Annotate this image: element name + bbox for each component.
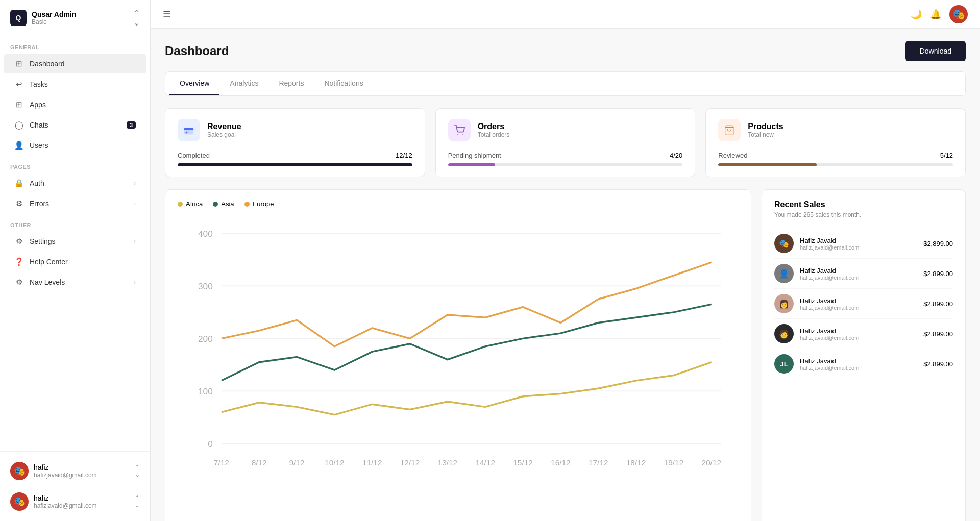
brand-icon: Q [10, 10, 27, 26]
sidebar-item-apps[interactable]: ⊞ Apps [4, 95, 146, 114]
stat-metric-revenue: Completed 12/12 [178, 152, 412, 159]
user-name-2: hafiz [34, 494, 130, 502]
chevron-right-icon: › [134, 238, 136, 245]
tab-analytics[interactable]: Analytics [219, 72, 268, 95]
legend-dot-africa [178, 202, 183, 207]
notifications-icon[interactable]: 🔔 [930, 9, 941, 20]
sale-name-4: Hafiz Javaid [800, 357, 917, 365]
tab-overview[interactable]: Overview [169, 72, 219, 95]
svg-text:300: 300 [198, 281, 213, 291]
dashboard-icon: ⊞ [14, 59, 23, 68]
user-avatar-2: 🎭 [10, 492, 29, 511]
recent-sales-subtitle: You made 265 sales this month. [774, 211, 953, 218]
sidebar-item-label: Users [30, 141, 136, 150]
topbar-right: 🌙 🔔 🎭 [911, 5, 968, 23]
recent-sales-card: Recent Sales You made 265 sales this mon… [762, 189, 966, 521]
stat-card-revenue: Revenue Sales goal Completed 12/12 [165, 108, 425, 177]
legend-label-asia: Asia [221, 200, 234, 208]
stats-row: Revenue Sales goal Completed 12/12 [165, 108, 966, 177]
content-area: Dashboard Download Overview Analytics Re… [151, 29, 980, 521]
chats-icon: ◯ [14, 120, 23, 130]
svg-text:9/12: 9/12 [289, 458, 305, 467]
sidebar-item-dashboard[interactable]: ⊞ Dashboard [4, 54, 146, 73]
chart-card: Africa Asia Europe [165, 189, 751, 521]
sidebar-user-1[interactable]: 🎭 hafiz hafizjavaid@gmail.com ⌃⌄ [0, 456, 150, 486]
sidebar-item-label: Settings [30, 237, 128, 245]
svg-text:7/12: 7/12 [214, 458, 229, 467]
sale-info-2: Hafiz Javaid hafiz.javaid@email.com [800, 297, 917, 311]
stat-metric-products: Reviewed 5/12 [718, 152, 953, 159]
sidebar-footer: 🎭 hafiz hafizjavaid@gmail.com ⌃⌄ 🎭 hafiz… [0, 451, 150, 521]
menu-icon[interactable]: ☰ [163, 9, 171, 20]
svg-text:11/12: 11/12 [362, 458, 382, 467]
tab-notifications[interactable]: Notifications [314, 72, 373, 95]
sale-item-3: 🧑 Hafiz Javaid hafiz.javaid@email.com $2… [774, 319, 953, 349]
user-chevron-icon-2[interactable]: ⌃⌄ [135, 494, 140, 509]
sidebar-collapse-icon[interactable]: ⌃⌄ [133, 8, 140, 28]
nav-levels-icon: ⚙ [14, 278, 23, 287]
chevron-right-icon: › [134, 180, 136, 187]
stat-card-products: Products Total new Reviewed 5/12 [705, 108, 966, 177]
sale-avatar-1: 👤 [774, 264, 794, 283]
svg-text:17/12: 17/12 [589, 458, 608, 467]
progress-bar-products [718, 163, 953, 166]
sale-item-4: JL Hafiz Javaid hafiz.javaid@email.com $… [774, 349, 953, 379]
sale-email-2: hafiz.javaid@email.com [800, 305, 917, 311]
chart-legend: Africa Asia Europe [178, 200, 739, 208]
download-button[interactable]: Download [905, 41, 966, 61]
svg-point-3 [457, 134, 458, 135]
sale-item-0: 🎭 Hafiz Javaid hafiz.javaid@email.com $2… [774, 229, 953, 259]
user-chevron-icon[interactable]: ⌃⌄ [135, 464, 140, 478]
svg-text:200: 200 [198, 334, 213, 344]
topbar-left: ☰ [163, 9, 171, 20]
svg-text:400: 400 [198, 229, 213, 239]
tabs-nav: Overview Analytics Reports Notifications [165, 72, 965, 95]
sidebar-item-label: Errors [30, 200, 128, 208]
sale-item-2: 👩 Hafiz Javaid hafiz.javaid@email.com $2… [774, 289, 953, 319]
svg-text:13/12: 13/12 [438, 458, 458, 467]
user-info-2: hafiz hafizjavaid@gmail.com [34, 494, 130, 509]
sidebar-item-label: Tasks [30, 80, 136, 88]
chevron-right-icon: › [134, 200, 136, 207]
stat-title-products: Products Total new [748, 122, 783, 138]
tabs-wrapper: Overview Analytics Reports Notifications [165, 71, 966, 96]
svg-point-4 [462, 134, 463, 135]
tab-reports[interactable]: Reports [268, 72, 314, 95]
user-avatar-topbar[interactable]: 🎭 [949, 5, 968, 23]
user-email-1: hafizjavaid@gmail.com [34, 472, 130, 479]
sale-email-3: hafiz.javaid@email.com [800, 335, 917, 341]
sale-info-0: Hafiz Javaid hafiz.javaid@email.com [800, 237, 917, 251]
page-title: Dashboard [165, 44, 229, 58]
sidebar-item-errors[interactable]: ⚙ Errors › [4, 194, 146, 213]
sidebar-item-tasks[interactable]: ↩ Tasks [4, 75, 146, 94]
stat-card-header-revenue: Revenue Sales goal [178, 119, 412, 141]
sidebar-item-label: Dashboard [30, 60, 136, 68]
svg-text:8/12: 8/12 [252, 458, 267, 467]
sidebar-item-users[interactable]: 👤 Users [4, 136, 146, 155]
sidebar-item-label: Apps [30, 101, 136, 109]
sidebar-user-2[interactable]: 🎭 hafiz hafizjavaid@gmail.com ⌃⌄ [0, 486, 150, 517]
sale-name-2: Hafiz Javaid [800, 297, 917, 305]
chats-badge: 3 [127, 121, 136, 129]
sidebar-item-auth[interactable]: 🔒 Auth › [4, 173, 146, 193]
sidebar-item-chats[interactable]: ◯ Chats 3 [4, 115, 146, 135]
sale-item-1: 👤 Hafiz Javaid hafiz.javaid@email.com $2… [774, 259, 953, 289]
sale-avatar-3: 🧑 [774, 324, 794, 343]
user-name-1: hafiz [34, 463, 130, 472]
sidebar-item-label: Chats [30, 121, 120, 129]
legend-europe: Europe [244, 200, 274, 208]
revenue-icon [178, 119, 200, 141]
sidebar-item-nav-levels[interactable]: ⚙ Nav Levels › [4, 272, 146, 292]
sidebar-item-label: Auth [30, 179, 128, 187]
theme-toggle-icon[interactable]: 🌙 [911, 9, 922, 20]
sidebar-item-help[interactable]: ❓ Help Center [4, 252, 146, 271]
sale-avatar-0: 🎭 [774, 234, 794, 253]
sale-info-4: Hafiz Javaid hafiz.javaid@email.com [800, 357, 917, 371]
sale-name-1: Hafiz Javaid [800, 267, 917, 275]
progress-fill-orders [448, 163, 495, 166]
sidebar-item-settings[interactable]: ⚙ Settings › [4, 232, 146, 251]
settings-icon: ⚙ [14, 237, 23, 246]
legend-asia: Asia [213, 200, 234, 208]
sidebar-item-label: Help Center [30, 258, 136, 266]
svg-text:19/12: 19/12 [664, 458, 684, 467]
